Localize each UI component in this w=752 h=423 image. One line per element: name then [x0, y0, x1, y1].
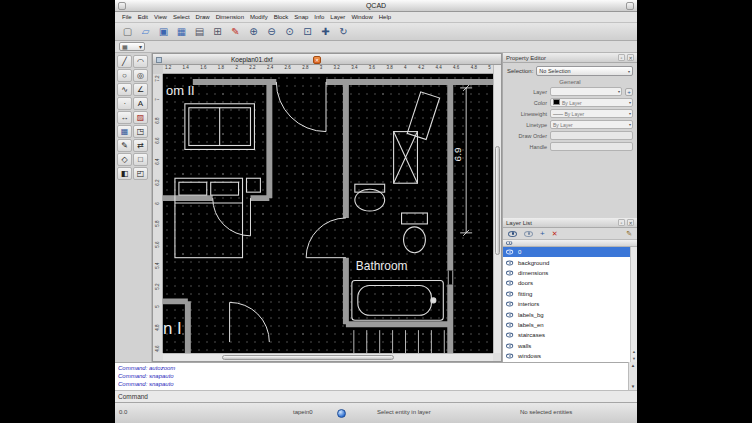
edit-layer-icon[interactable]: ✎	[626, 230, 632, 238]
layer-visible-icon[interactable]	[506, 271, 513, 276]
property-control[interactable]	[550, 131, 633, 140]
print-preview-icon[interactable]: ⊞	[210, 24, 225, 39]
layer-visible-icon[interactable]	[506, 343, 513, 348]
scroll-up-icon[interactable]: ▲	[629, 363, 637, 368]
property-control[interactable]: By Layer	[550, 120, 633, 129]
layer-visible-icon[interactable]	[506, 302, 513, 307]
property-control[interactable]	[550, 142, 633, 151]
open-folder-icon[interactable]: ▱	[138, 24, 153, 39]
scroll-up-icon[interactable]: ▲	[631, 349, 637, 354]
layer-row[interactable]: windows	[503, 351, 630, 361]
window-menu-icon[interactable]	[118, 2, 126, 10]
zoom-in-icon[interactable]: ⊕	[246, 24, 261, 39]
layer-visible-icon[interactable]	[506, 312, 513, 317]
misc-tool[interactable]: □	[133, 153, 148, 166]
hatch-tool[interactable]: ▨	[133, 111, 148, 124]
layer-visible-icon[interactable]	[506, 291, 513, 296]
layer-row[interactable]: interiors	[503, 299, 630, 309]
document-close-button[interactable]: ✕	[313, 56, 321, 64]
layer-row[interactable]: staircases	[503, 330, 630, 340]
scroll-down-icon[interactable]: ▼	[629, 384, 637, 389]
menu-item[interactable]: Layer	[327, 14, 348, 20]
menu-item[interactable]: File	[119, 14, 135, 20]
text-tool[interactable]: A	[133, 97, 148, 110]
layer-visible-icon[interactable]	[506, 333, 513, 338]
panel-float-icon[interactable]: ▫	[618, 219, 625, 226]
history-scrollbar[interactable]: ▲ ▼	[628, 362, 637, 390]
layer-row[interactable]: labels_en	[503, 320, 630, 330]
hide-all-layers-icon[interactable]	[524, 231, 533, 237]
menu-item[interactable]: View	[151, 14, 170, 20]
snap-tool[interactable]: ◇	[117, 153, 132, 166]
auto-zoom-icon[interactable]: ⊙	[282, 24, 297, 39]
layer-visible-icon[interactable]	[506, 260, 513, 265]
layer-row[interactable]: doors	[503, 278, 630, 288]
remove-layer-icon[interactable]: ✕	[552, 230, 558, 238]
menu-item[interactable]: Block	[271, 14, 292, 20]
menu-item[interactable]: Snap	[291, 14, 311, 20]
polyline-tool[interactable]: ∠	[133, 83, 148, 96]
layer-visible-icon[interactable]	[506, 323, 513, 328]
menu-item[interactable]: Dimension	[213, 14, 247, 20]
menu-item[interactable]: Modify	[247, 14, 271, 20]
point-tool[interactable]: ∙	[117, 97, 132, 110]
layer-visible-icon[interactable]	[506, 354, 513, 359]
panel-close-icon[interactable]: ✕	[627, 219, 634, 226]
layer-row[interactable]: walls	[503, 341, 630, 351]
arc-tool[interactable]: ◠	[133, 55, 148, 68]
save-icon[interactable]: ▣	[156, 24, 171, 39]
snap-grid-combo[interactable]: ▦ ▾	[119, 42, 145, 51]
drawing-canvas[interactable]: om II Bathroom n I 6.9	[163, 74, 493, 353]
scroll-down-icon[interactable]: ▼	[631, 356, 637, 361]
show-all-layers-icon[interactable]	[508, 231, 517, 237]
add-layer-icon[interactable]: +	[540, 229, 545, 238]
layer-visible-icon[interactable]	[506, 281, 513, 286]
menu-item[interactable]: Info	[311, 14, 327, 20]
selection-combo[interactable]: No Selection ▾	[536, 66, 633, 76]
image-tool[interactable]: ▦	[117, 125, 132, 138]
cad-tool[interactable]: ◰	[133, 167, 148, 180]
property-control[interactable]	[550, 87, 622, 96]
save-as-icon[interactable]: ▦	[174, 24, 189, 39]
line-tool[interactable]: ╱	[117, 55, 132, 68]
spline-tool[interactable]: ∿	[117, 83, 132, 96]
menu-item[interactable]: Draw	[193, 14, 213, 20]
explode-tool[interactable]: ⇄	[133, 139, 148, 152]
command-history[interactable]: Command: autozoomCommand: snapautoComman…	[115, 362, 637, 390]
vscroll-thumb[interactable]	[495, 146, 500, 255]
panel-close-icon[interactable]: ✕	[627, 54, 634, 61]
window-close-icon[interactable]	[626, 2, 634, 10]
menu-item[interactable]: Window	[348, 14, 375, 20]
block-tool[interactable]: ◳	[133, 125, 148, 138]
canvas-horizontal-scrollbar[interactable]	[163, 353, 493, 361]
layer-row[interactable]: dimensions	[503, 268, 630, 278]
layer-visible-icon[interactable]	[506, 250, 513, 255]
add-icon[interactable]: +	[625, 88, 633, 96]
modify-tool[interactable]: ✎	[117, 139, 132, 152]
menu-item[interactable]: Edit	[135, 14, 151, 20]
layer-list-scrollbar[interactable]: ▲ ▼	[630, 247, 637, 362]
menu-item[interactable]: Help	[376, 14, 394, 20]
isometric-tool[interactable]: ◧	[117, 167, 132, 180]
command-input-bar[interactable]: Command	[115, 390, 637, 402]
print-icon[interactable]: ▤	[192, 24, 207, 39]
pan-icon[interactable]: ✚	[318, 24, 333, 39]
layer-row[interactable]: labels_bg	[503, 309, 630, 319]
layer-row[interactable]: background	[503, 257, 630, 267]
panel-float-icon[interactable]: ▫	[618, 54, 625, 61]
layer-row[interactable]: 0	[503, 247, 630, 257]
hscroll-thumb[interactable]	[222, 355, 394, 360]
window-titlebar[interactable]: QCAD	[115, 0, 637, 12]
menu-item[interactable]: Select	[170, 14, 193, 20]
edit-pen-icon[interactable]: ✎	[228, 24, 243, 39]
zoom-out-icon[interactable]: ⊖	[264, 24, 279, 39]
ellipse-tool[interactable]: ◎	[133, 69, 148, 82]
layer-row[interactable]: fitting	[503, 289, 630, 299]
dimension-tool[interactable]: ↔	[117, 111, 132, 124]
redraw-icon[interactable]: ↻	[336, 24, 351, 39]
canvas-vertical-scrollbar[interactable]	[493, 65, 501, 353]
new-file-icon[interactable]: ▢	[120, 24, 135, 39]
property-control[interactable]: By Layer	[550, 109, 633, 118]
property-control[interactable]: By Layer	[550, 98, 633, 107]
zoom-window-icon[interactable]: ⊡	[300, 24, 315, 39]
